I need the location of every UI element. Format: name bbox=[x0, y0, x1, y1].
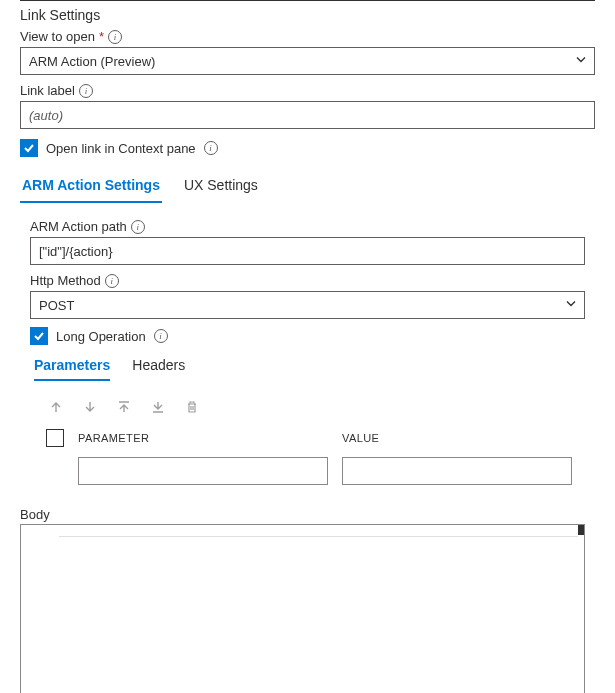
info-icon[interactable]: i bbox=[108, 30, 122, 44]
move-bottom-icon[interactable] bbox=[150, 399, 166, 415]
move-down-icon[interactable] bbox=[82, 399, 98, 415]
body-textarea[interactable] bbox=[20, 524, 585, 693]
arm-action-path-label: ARM Action path bbox=[30, 219, 127, 234]
tab-ux-settings[interactable]: UX Settings bbox=[182, 171, 260, 203]
parameter-value-input[interactable] bbox=[342, 457, 572, 485]
http-method-label: Http Method bbox=[30, 273, 101, 288]
col-parameter-header: PARAMETER bbox=[78, 432, 328, 444]
table-row bbox=[46, 457, 585, 485]
required-mark: * bbox=[99, 29, 104, 44]
http-method-select[interactable]: POST bbox=[30, 291, 585, 319]
delete-icon[interactable] bbox=[184, 399, 200, 415]
info-icon[interactable]: i bbox=[204, 141, 218, 155]
move-top-icon[interactable] bbox=[116, 399, 132, 415]
subtab-parameters[interactable]: Parameters bbox=[34, 353, 110, 381]
open-context-checkbox[interactable] bbox=[20, 139, 38, 157]
param-toolbar bbox=[30, 391, 585, 429]
field-arm-action-path: ARM Action path i bbox=[30, 219, 585, 265]
param-subtabs: Parameters Headers bbox=[30, 353, 585, 381]
long-operation-label: Long Operation bbox=[56, 329, 146, 344]
scrollbar-icon[interactable] bbox=[578, 525, 584, 535]
link-label-label: Link label bbox=[20, 83, 75, 98]
main-tabs: ARM Action Settings UX Settings bbox=[20, 171, 595, 203]
field-link-label: Link label i bbox=[20, 83, 595, 129]
open-context-row: Open link in Context pane i bbox=[20, 139, 595, 157]
info-icon[interactable]: i bbox=[105, 274, 119, 288]
info-icon[interactable]: i bbox=[154, 329, 168, 343]
col-value-header: VALUE bbox=[342, 432, 585, 444]
subtab-headers[interactable]: Headers bbox=[132, 353, 185, 381]
open-context-label: Open link in Context pane bbox=[46, 141, 196, 156]
parameter-name-input[interactable] bbox=[78, 457, 328, 485]
move-up-icon[interactable] bbox=[48, 399, 64, 415]
field-http-method: Http Method i POST bbox=[30, 273, 585, 319]
section-title: Link Settings bbox=[20, 7, 595, 23]
select-all-checkbox[interactable] bbox=[46, 429, 64, 447]
tab-arm-action-settings[interactable]: ARM Action Settings bbox=[20, 171, 162, 203]
long-operation-row: Long Operation i bbox=[30, 327, 585, 345]
body-label: Body bbox=[20, 507, 585, 522]
long-operation-checkbox[interactable] bbox=[30, 327, 48, 345]
arm-action-path-input[interactable] bbox=[30, 237, 585, 265]
info-icon[interactable]: i bbox=[131, 220, 145, 234]
field-view-to-open: View to open * i ARM Action (Preview) bbox=[20, 29, 595, 75]
link-label-input[interactable] bbox=[20, 101, 595, 129]
body-ruler bbox=[59, 529, 578, 537]
view-to-open-select[interactable]: ARM Action (Preview) bbox=[20, 47, 595, 75]
info-icon[interactable]: i bbox=[79, 84, 93, 98]
parameters-table: PARAMETER VALUE bbox=[30, 429, 585, 485]
view-to-open-label: View to open bbox=[20, 29, 95, 44]
